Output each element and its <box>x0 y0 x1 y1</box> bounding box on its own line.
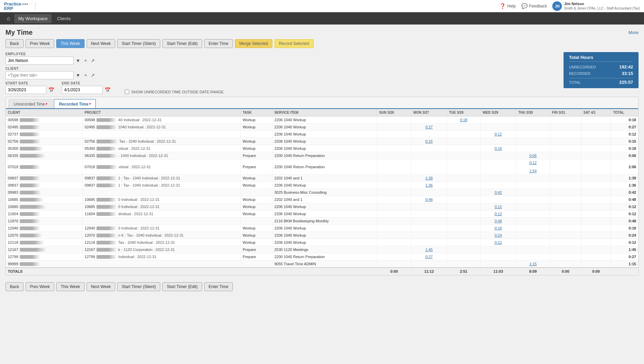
feedback-link[interactable]: 💬 Feedback <box>521 3 547 9</box>
cell-task: Prepare <box>240 246 272 253</box>
cell-sat <box>581 196 611 203</box>
cell-thu[interactable]: 1:15 <box>516 260 550 268</box>
employee-dropdown-btn[interactable]: ▼ <box>75 57 81 64</box>
cell-service-item: 2206 1040 Workup <box>272 124 377 131</box>
cell-project: 106850 Individual : 2022-12-31 <box>83 196 240 203</box>
this-week-button[interactable]: This Week <box>56 39 84 48</box>
cell-service-item: 2530 1120 Meetings <box>272 246 377 253</box>
cell-thu[interactable]: 0:06 <box>516 152 550 159</box>
start-date-calendar-btn[interactable]: 📅 <box>48 86 55 93</box>
show-unrecorded-checkbox[interactable] <box>125 90 129 94</box>
cell-wed[interactable]: 0:12 <box>480 203 516 210</box>
next-week-button[interactable]: Next Week <box>87 39 115 48</box>
cell-thu <box>516 246 550 253</box>
cell-client: 09983 <box>6 189 83 196</box>
cell-mon[interactable]: 1:39 <box>411 175 447 182</box>
table-row: 999999055 Travel Time ADMIN1:151:15 <box>6 260 638 268</box>
cell-mon[interactable]: 0:27 <box>411 253 447 260</box>
start-timer-edit-bottom-button[interactable]: Start Timer (Edit) <box>162 282 202 291</box>
cell-fri <box>550 253 581 260</box>
cell-thu <box>516 225 550 232</box>
cell-wed[interactable]: 0:12 <box>480 131 516 138</box>
cell-mon[interactable]: 0:15 <box>411 138 447 145</box>
nav-item-clients[interactable]: Clients <box>53 14 75 23</box>
cell-service-item: 2206 1040 Workup <box>272 182 377 189</box>
cell-sat <box>581 131 611 138</box>
client-input[interactable] <box>5 71 74 79</box>
tab-recorded[interactable]: Recorded Time• <box>54 99 96 108</box>
cell-wed[interactable]: 0:18 <box>480 145 516 152</box>
cell-wed[interactable]: 0:12 <box>480 210 516 218</box>
end-date-calendar-btn[interactable]: 📅 <box>104 86 111 93</box>
merge-selected-button[interactable]: Merge Selected <box>235 39 272 48</box>
cell-wed[interactable]: 0:12 <box>480 239 516 246</box>
client-link-btn[interactable]: ↗ <box>90 72 95 79</box>
cell-wed <box>480 159 516 175</box>
prev-week-button[interactable]: Prev Week <box>26 39 54 48</box>
cell-mon[interactable]: 0:48 <box>411 196 447 203</box>
cell-service-item: 2200 1040 Return Preparation <box>272 159 377 175</box>
cell-total: 0:27 <box>611 253 638 260</box>
cell-mon[interactable]: 0:27 <box>411 124 447 131</box>
cell-wed <box>480 152 516 159</box>
employee-input[interactable] <box>5 57 74 65</box>
enter-time-button[interactable]: Enter Time <box>204 39 233 48</box>
cell-tue <box>447 124 480 131</box>
record-selected-button[interactable]: Record Selected <box>274 39 314 48</box>
back-button[interactable]: Back <box>5 39 24 48</box>
next-week-bottom-button[interactable]: Next Week <box>87 282 115 291</box>
start-date-group: START DATE 📅 <box>5 81 55 94</box>
table-row: 1279912799Individual : 2022-12-31Prepare… <box>6 253 638 260</box>
recorded-label: RECORDED <box>569 72 590 76</box>
this-week-bottom-button[interactable]: This Week <box>56 282 84 291</box>
client-label: CLIENT <box>5 67 557 70</box>
cell-task: Workup <box>240 232 272 239</box>
cell-mon[interactable]: 1:36 <box>411 182 447 189</box>
cell-thu <box>516 203 550 210</box>
tab-recorded-label: Recorded Time <box>59 102 88 107</box>
help-link[interactable]: ❓ Help <box>499 3 516 9</box>
table-row: 0701807018vidual : 2022-12-31Prepare2200… <box>6 159 638 175</box>
cell-service-item: 2116 BKM Bookkeeping Monthly <box>272 218 377 225</box>
cell-thu <box>516 145 550 152</box>
enter-time-bottom-button[interactable]: Enter Time <box>204 282 233 291</box>
cell-sat <box>581 253 611 260</box>
cell-wed[interactable]: 0:48 <box>480 218 516 225</box>
prev-week-bottom-button[interactable]: Prev Week <box>26 282 54 291</box>
cell-mon[interactable]: 1:45 <box>411 246 447 253</box>
nav-item-my-workspace[interactable]: My Workspace <box>14 14 52 23</box>
cell-thu[interactable]: 0:121:54 <box>516 159 550 175</box>
cell-sun <box>377 260 411 268</box>
cell-sun <box>377 189 411 196</box>
home-icon[interactable]: ⌂ <box>4 14 13 23</box>
tab-recorded-dot: • <box>89 101 91 107</box>
employee-link-btn[interactable]: ↗ <box>90 57 95 64</box>
start-timer-edit-button[interactable]: Start Timer (Edit) <box>162 39 202 48</box>
cell-sun <box>377 210 411 218</box>
show-unrecorded-label[interactable]: SHOW UNRECORDED TIME OUTSIDE DATE RANGE <box>131 90 224 94</box>
cell-tue <box>447 218 480 225</box>
cell-thu <box>516 124 550 131</box>
client-dropdown-btn[interactable]: ▼ <box>75 72 81 79</box>
more-link[interactable]: More <box>628 30 639 35</box>
cell-task: Prepare <box>240 159 272 175</box>
tab-unrecorded[interactable]: Unrecorded Time• <box>9 99 53 108</box>
cell-sat <box>581 152 611 159</box>
cell-fri <box>550 260 581 268</box>
cell-wed[interactable]: 0:24 <box>480 232 516 239</box>
start-date-input[interactable] <box>5 86 46 94</box>
cell-wed <box>480 116 516 124</box>
cell-project <box>83 218 240 225</box>
client-add-btn[interactable]: ＋ <box>83 72 89 79</box>
cell-total: 0:12 <box>611 239 638 246</box>
logo-divider <box>35 2 35 10</box>
cell-wed[interactable]: 0:18 <box>480 225 516 232</box>
back-bottom-button[interactable]: Back <box>5 282 24 291</box>
cell-wed[interactable]: 0:42 <box>480 189 516 196</box>
cell-sat <box>581 225 611 232</box>
end-date-input[interactable] <box>62 86 103 94</box>
start-timer-silent-button[interactable]: Start Timer (Silent) <box>117 39 160 48</box>
cell-tue[interactable]: 0:18 <box>447 116 480 124</box>
employee-add-btn[interactable]: ＋ <box>83 57 89 64</box>
start-timer-silent-bottom-button[interactable]: Start Timer (Silent) <box>117 282 160 291</box>
